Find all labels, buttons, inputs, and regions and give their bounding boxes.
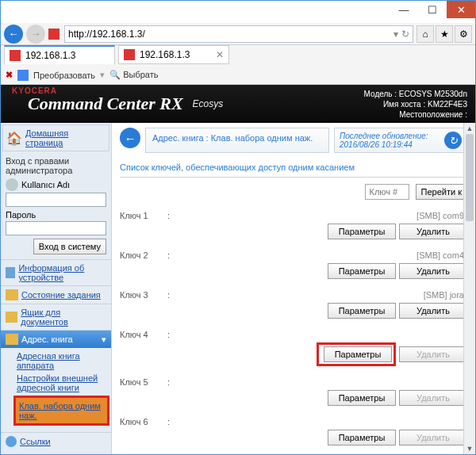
- window-minimize-button[interactable]: —: [390, 1, 418, 18]
- tab-favicon-icon: [124, 49, 135, 60]
- toolbar-convert-link[interactable]: Преобразовать: [33, 71, 95, 80]
- params-button[interactable]: Параметры: [328, 430, 396, 445]
- key-row: Ключ 6:: [120, 414, 467, 428]
- address-refresh-icon[interactable]: ↻: [401, 29, 409, 40]
- scroll-thumb[interactable]: [466, 134, 474, 221]
- sidebar-login-header: Вход с правами администратора: [1, 153, 111, 178]
- sidebar-item-doc-box[interactable]: Ящик для документов: [1, 304, 111, 330]
- scroll-up-icon[interactable]: ▲: [464, 123, 475, 134]
- password-input[interactable]: [6, 221, 106, 235]
- delete-button: Удалить: [399, 390, 467, 406]
- sidebar-login-form: Kullanıcı Adı Пароль Вход в систему: [1, 178, 111, 259]
- favicon-icon: [48, 29, 60, 40]
- tab-title: 192.168.1.3: [140, 49, 190, 60]
- key-row: Ключ 3:[SMB] jora: [120, 287, 467, 301]
- delete-button: Удалить: [399, 430, 467, 445]
- key-value: [SMB] jora: [175, 290, 467, 300]
- links-icon: [6, 436, 17, 447]
- list-title: Список ключей, обеспечивающих доступ одн…: [120, 159, 467, 178]
- key-label: Ключ 4: [120, 330, 167, 339]
- sidebar-item-label: Информация об устройстве: [18, 263, 106, 282]
- app-title-suffix: RX: [159, 94, 182, 113]
- delete-button[interactable]: Удалить: [399, 224, 467, 239]
- login-button[interactable]: Вход в систему: [33, 239, 106, 254]
- sidebar-item-label: Ящик для документов: [21, 308, 106, 327]
- last-refresh-label: Последнее обновление:: [340, 132, 428, 140]
- browser-favorites-button[interactable]: ★: [436, 25, 453, 43]
- subnav-onetouch-keys[interactable]: Клав. набора одним наж.: [19, 400, 104, 422]
- sidebar: 🏠 Домашняя страница Вход с правами админ…: [1, 123, 112, 454]
- goto-button[interactable]: Перейти к: [416, 184, 467, 200]
- key-row: Ключ 2:[SMB] com4: [120, 247, 467, 262]
- address-book-icon: [6, 334, 18, 345]
- browser-tools-button[interactable]: ⚙: [455, 25, 472, 43]
- job-status-icon: [6, 289, 18, 300]
- subnav-external-addrbook[interactable]: Настройки внешней адресной книги: [17, 372, 106, 394]
- tab-title: 192.168.1.3: [25, 50, 75, 61]
- page-back-button[interactable]: ←: [120, 128, 140, 148]
- browser-toolbar: ✖ Преобразовать ▾ 🔍 Выбрать: [1, 66, 475, 85]
- sidebar-item-job-status[interactable]: Состояние задания: [1, 285, 111, 304]
- params-button[interactable]: Параметры: [328, 303, 396, 319]
- sidebar-home[interactable]: 🏠 Домашняя страница: [2, 124, 109, 151]
- browser-window: — ☐ ✕ ← → http://192.168.1.3/ ▾ ↻ ⌂ ★ ⚙ …: [0, 0, 476, 455]
- key-label: Ключ 1: [120, 211, 167, 220]
- key-list: Ключ 1:[SMB] com9ПараметрыУдалитьКлюч 2:…: [120, 208, 467, 453]
- device-info: Модель : ECOSYS M2530dn Имя хоста : KM22…: [364, 89, 467, 120]
- params-button[interactable]: Параметры: [324, 346, 392, 362]
- sidebar-item-device-info[interactable]: Информация об устройстве: [1, 259, 111, 285]
- address-bar[interactable]: http://192.168.1.3/ ▾ ↻: [64, 25, 413, 43]
- last-refresh-time: 2016/08/26 10:19:44: [340, 140, 428, 149]
- sidebar-item-label: Ссылки: [20, 437, 51, 446]
- doc-box-icon: [6, 312, 17, 323]
- subnav-onetouch-highlight: Клав. набора одним наж.: [13, 396, 109, 426]
- breadcrumb: Адрес. книга : Клав. набора одним наж.: [145, 128, 329, 153]
- delete-button: Удалить: [399, 346, 467, 362]
- key-action-row: ПараметрыУдалить: [120, 301, 467, 327]
- toolbar-gtranslate-icon: [17, 70, 29, 81]
- breadcrumb-bar: ← Адрес. книга : Клав. набора одним наж.…: [120, 128, 467, 153]
- user-icon: [6, 178, 18, 191]
- key-action-row: ПараметрыУдалить: [120, 222, 467, 247]
- address-dropdown-icon[interactable]: ▾: [393, 29, 398, 40]
- browser-home-button[interactable]: ⌂: [416, 25, 434, 43]
- key-label: Ключ 2: [120, 250, 167, 260]
- browser-forward-button[interactable]: →: [26, 25, 45, 44]
- chevron-down-icon: ▾: [102, 335, 106, 345]
- username-input[interactable]: [6, 193, 106, 207]
- page-header: KYOCERA Command Center RX Ecosys Модель …: [1, 85, 475, 123]
- tab-close-icon[interactable]: ✕: [216, 49, 224, 60]
- browser-nav-row: ← → http://192.168.1.3/ ▾ ↻ ⌂ ★ ⚙: [1, 23, 475, 45]
- scroll-down-icon[interactable]: ▼: [464, 443, 475, 454]
- goto-row: Перейти к: [120, 184, 467, 200]
- toolbar-stop-icon[interactable]: ✖: [6, 70, 13, 80]
- sidebar-item-address-book[interactable]: Адрес. книга ▾: [1, 330, 111, 348]
- key-action-row: ПараметрыУдалить: [120, 262, 467, 287]
- window-titlebar: — ☐ ✕: [1, 1, 475, 23]
- key-number-input[interactable]: [365, 184, 409, 200]
- params-button[interactable]: Параметры: [328, 224, 396, 239]
- sidebar-item-label: Адрес. книга: [21, 335, 73, 344]
- password-label: Пароль: [6, 210, 36, 220]
- last-refresh-box: Последнее обновление: 2016/08/26 10:19:4…: [334, 128, 467, 153]
- home-icon: 🏠: [6, 131, 22, 146]
- main-scrollbar[interactable]: ▲ ▼: [463, 123, 475, 454]
- params-button[interactable]: Параметры: [328, 263, 396, 279]
- browser-tab-secondary[interactable]: 192.168.1.3 ✕: [118, 45, 229, 64]
- browser-tab[interactable]: 192.168.1.3: [4, 45, 115, 64]
- delete-button[interactable]: Удалить: [399, 303, 467, 319]
- delete-button[interactable]: Удалить: [399, 263, 467, 279]
- toolbar-select-link[interactable]: 🔍 Выбрать: [109, 70, 158, 80]
- username-label: Kullanıcı Adı: [21, 180, 70, 189]
- app-title: Command Center RX: [28, 94, 183, 114]
- key-label: Ключ 5: [120, 377, 167, 387]
- sidebar-item-links[interactable]: Ссылки: [1, 432, 111, 450]
- window-maximize-button[interactable]: ☐: [418, 1, 447, 18]
- window-close-button[interactable]: ✕: [447, 1, 475, 18]
- browser-back-button[interactable]: ←: [4, 25, 23, 44]
- refresh-button[interactable]: ↻: [444, 132, 462, 149]
- subnav-machine-addrbook[interactable]: Адресная книга аппарата: [17, 350, 106, 372]
- main-panel: ← Адрес. книга : Клав. набора одним наж.…: [112, 123, 475, 454]
- params-button[interactable]: Параметры: [328, 390, 396, 406]
- params-highlight: Параметры: [317, 342, 396, 366]
